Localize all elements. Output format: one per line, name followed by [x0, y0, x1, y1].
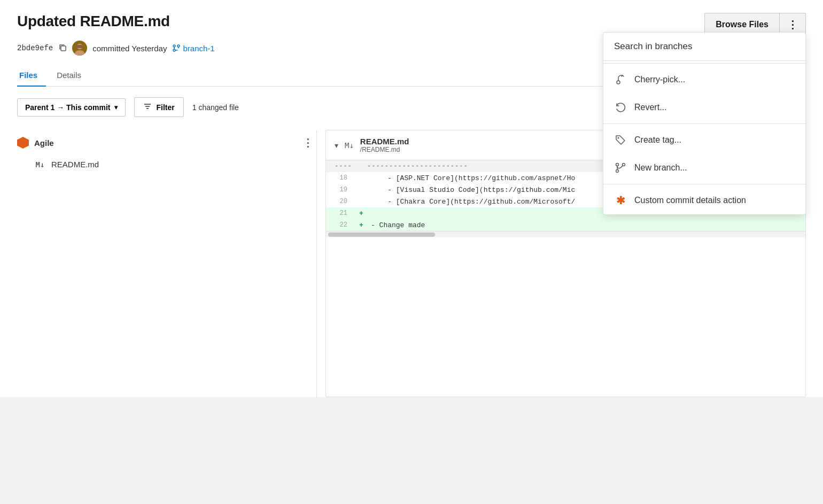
cherry-pick-label: Cherry-pick...	[634, 75, 685, 84]
divider-3	[603, 184, 805, 184]
repo-item: Agile ⋮	[17, 130, 316, 156]
tab-details[interactable]: Details	[55, 65, 90, 86]
file-name: README.md	[51, 160, 99, 169]
diff-scrollbar[interactable]	[326, 231, 805, 237]
svg-rect-0	[61, 46, 66, 51]
svg-rect-5	[76, 45, 83, 48]
avatar	[72, 41, 87, 56]
markdown-file-icon: M↓	[345, 141, 354, 150]
diff-file-path: /README.md	[360, 146, 409, 153]
cherry-pick-icon	[614, 73, 627, 86]
diff-scrollbar-thumb	[328, 232, 435, 237]
repo-more-button[interactable]: ⋮	[299, 135, 316, 150]
filter-button[interactable]: Filter	[134, 97, 183, 117]
chevron-down-icon: ▾	[114, 104, 118, 111]
dropdown-menu: Search in branches Cherry-pick... Revert…	[603, 32, 806, 215]
branch-link[interactable]: branch-1	[172, 44, 214, 53]
commit-title: Updated README.md	[17, 13, 170, 30]
revert-icon	[614, 101, 627, 114]
changed-files-count: 1 changed file	[192, 103, 239, 112]
create-tag-label: Create tag...	[634, 135, 681, 145]
svg-point-12	[617, 81, 620, 84]
file-item[interactable]: M↓ README.md	[17, 156, 316, 173]
branch-icon	[614, 161, 627, 174]
file-tree: Agile ⋮ M↓ README.md	[17, 130, 316, 397]
revert-item[interactable]: Revert...	[603, 94, 805, 121]
commit-hash: 2bde9efe	[17, 44, 53, 52]
repo-icon	[17, 137, 29, 149]
diff-line-added: 22 + - Change made	[326, 219, 805, 231]
create-tag-item[interactable]: Create tag...	[603, 126, 805, 154]
cherry-pick-item[interactable]: Cherry-pick...	[603, 66, 805, 94]
parent-dropdown[interactable]: Parent 1 → This commit ▾	[17, 98, 126, 117]
custom-icon: ✱	[614, 194, 627, 207]
markdown-icon: M↓	[34, 160, 46, 169]
svg-point-14	[616, 164, 619, 166]
committed-text: committed Yesterday	[92, 44, 167, 53]
tab-files[interactable]: Files	[17, 65, 46, 86]
dropdown-search-label: Search in branches	[603, 33, 805, 61]
revert-label: Revert...	[634, 103, 666, 112]
collapse-button[interactable]: ▾	[335, 141, 338, 150]
copy-icon[interactable]	[58, 43, 67, 53]
new-branch-label: New branch...	[634, 163, 687, 173]
divider-2	[603, 123, 805, 124]
tag-icon	[614, 134, 627, 146]
diff-file-info: README.md /README.md	[360, 137, 409, 153]
diff-file-name: README.md	[360, 137, 409, 146]
repo-name: Agile	[34, 138, 54, 148]
svg-point-15	[623, 164, 625, 166]
filter-icon	[143, 102, 152, 112]
svg-point-13	[618, 137, 619, 139]
vertical-divider	[316, 130, 317, 397]
new-branch-item[interactable]: New branch...	[603, 154, 805, 182]
custom-action-item[interactable]: ✱ Custom commit details action	[603, 187, 805, 214]
branch-name: branch-1	[183, 44, 214, 53]
divider-1	[603, 63, 805, 64]
custom-action-label: Custom commit details action	[634, 196, 746, 205]
